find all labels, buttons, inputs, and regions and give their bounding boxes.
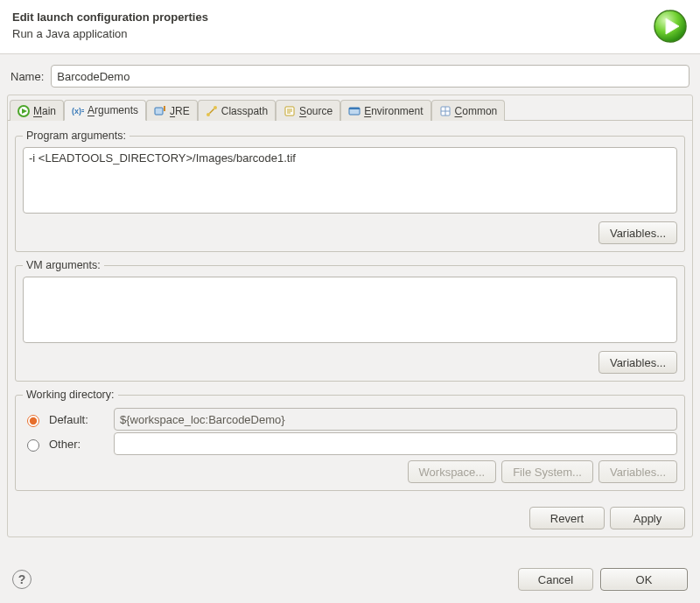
- tab-main-label: Main: [33, 105, 56, 117]
- tab-jre[interactable]: JRE: [146, 100, 198, 121]
- dialog-title: Edit launch configuration properties: [12, 11, 688, 24]
- source-icon: [284, 105, 296, 117]
- run-icon: [653, 9, 688, 44]
- wd-other-input[interactable]: [114, 432, 677, 455]
- wd-default-radio[interactable]: [27, 415, 39, 427]
- vm-variables-button[interactable]: Variables...: [598, 351, 677, 374]
- tabstrip: Main (x)= Arguments JRE Classpath: [8, 95, 692, 120]
- name-label: Name:: [10, 70, 44, 83]
- wd-other-radio[interactable]: [27, 439, 39, 452]
- dialog-header: Edit launch configuration properties Run…: [0, 0, 700, 54]
- tab-jre-label: JRE: [170, 105, 190, 117]
- tab-source-label: Source: [299, 105, 332, 117]
- tab-arguments[interactable]: (x)= Arguments: [64, 100, 146, 121]
- wd-variables-button[interactable]: Variables...: [598, 460, 677, 483]
- ok-button[interactable]: OK: [600, 568, 688, 591]
- wd-workspace-button[interactable]: Workspace...: [408, 460, 497, 483]
- working-directory-group: Working directory: Default: Other: Works…: [15, 389, 685, 491]
- tab-source[interactable]: Source: [276, 100, 340, 121]
- help-icon[interactable]: ?: [12, 570, 32, 589]
- svg-rect-6: [164, 106, 165, 111]
- tab-main[interactable]: Main: [10, 100, 64, 121]
- jre-icon: [154, 105, 166, 117]
- apply-button[interactable]: Apply: [610, 507, 685, 529]
- svg-point-7: [206, 113, 210, 116]
- program-arguments-input[interactable]: -i <LEADTOOLS_DIRECTORY>/Images/barcode1…: [23, 147, 677, 214]
- svg-text:(x)=: (x)=: [72, 107, 84, 116]
- tab-common[interactable]: Common: [431, 100, 506, 121]
- svg-point-8: [214, 106, 217, 109]
- tab-classpath[interactable]: Classpath: [198, 100, 276, 121]
- vm-arguments-legend: VM arguments:: [23, 259, 104, 271]
- arguments-icon: (x)=: [72, 104, 84, 116]
- tab-environment-label: Environment: [364, 105, 423, 117]
- environment-icon: [348, 105, 360, 117]
- tab-environment[interactable]: Environment: [340, 100, 430, 121]
- vm-arguments-group: VM arguments: Variables...: [15, 259, 685, 382]
- tab-classpath-label: Classpath: [221, 105, 268, 117]
- cancel-button[interactable]: Cancel: [518, 568, 593, 591]
- program-arguments-group: Program arguments: -i <LEADTOOLS_DIRECTO…: [15, 130, 685, 252]
- wd-filesystem-button[interactable]: File System...: [501, 460, 593, 483]
- dialog-footer: ? Cancel OK: [0, 556, 700, 603]
- main-icon: [18, 105, 30, 117]
- vm-arguments-input[interactable]: [23, 277, 677, 343]
- wd-default-label: Default:: [49, 413, 107, 426]
- classpath-icon: [206, 105, 218, 117]
- config-panel: Main (x)= Arguments JRE Classpath: [7, 95, 693, 537]
- program-arguments-legend: Program arguments:: [23, 130, 130, 142]
- wd-default-input: [114, 408, 677, 431]
- revert-button[interactable]: Revert: [529, 507, 605, 529]
- svg-rect-5: [155, 108, 163, 115]
- arguments-tab-content: Program arguments: -i <LEADTOOLS_DIRECTO…: [8, 120, 692, 500]
- name-row: Name:: [7, 63, 693, 95]
- working-directory-legend: Working directory:: [23, 389, 118, 401]
- tab-common-label: Common: [455, 105, 498, 117]
- svg-line-9: [209, 109, 214, 113]
- tab-arguments-label: Arguments: [88, 104, 138, 116]
- name-input[interactable]: [51, 65, 690, 88]
- dialog-subtitle: Run a Java application: [12, 27, 688, 40]
- wd-other-label: Other:: [49, 438, 107, 451]
- svg-rect-15: [349, 108, 360, 109]
- common-icon: [439, 105, 452, 117]
- program-variables-button[interactable]: Variables...: [598, 221, 677, 244]
